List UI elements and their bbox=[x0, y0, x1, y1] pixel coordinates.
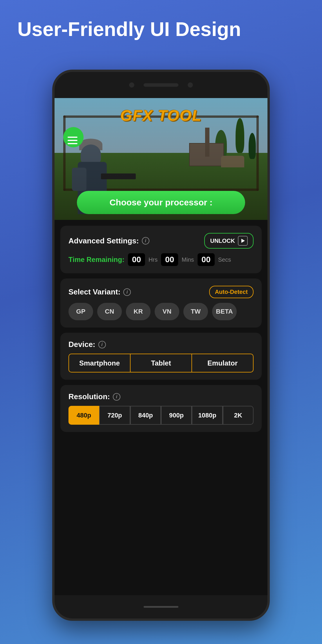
select-variant-title: Select Variant: i bbox=[68, 287, 131, 296]
phone-screen: GFX TOOL Choose your processor : bbox=[55, 98, 267, 595]
select-variant-card: Select Variant: i Auto-Detect GP CN KR V… bbox=[60, 278, 262, 328]
variant-buttons-group: GP CN KR VN TW BETA bbox=[68, 303, 254, 320]
hamburger-line-2 bbox=[68, 140, 77, 141]
variant-tw-button[interactable]: TW bbox=[183, 303, 208, 320]
seconds-block: 00 bbox=[198, 253, 215, 266]
page-title: User-Friendly UI Design bbox=[0, 0, 322, 53]
phone-body: GFX TOOL Choose your processor : bbox=[52, 70, 270, 621]
device-card: Device: i Smartphone Tablet Emulator bbox=[60, 333, 262, 380]
app-title: GFX TOOL bbox=[120, 107, 202, 124]
device-header: Device: i bbox=[68, 340, 254, 349]
time-remaining-label: Time Remaining: bbox=[68, 256, 124, 264]
advanced-settings-label: Advanced Settings: bbox=[68, 236, 139, 245]
advanced-settings-card: Advanced Settings: i UNLOCK Time Remaini… bbox=[60, 226, 262, 273]
resolution-title: Resolution: i bbox=[68, 392, 120, 401]
speaker-grille bbox=[144, 83, 178, 87]
variant-beta-button[interactable]: BETA bbox=[212, 303, 237, 320]
resolution-header: Resolution: i bbox=[68, 392, 254, 401]
auto-detect-label: Auto-Detect bbox=[215, 289, 248, 295]
advanced-settings-title: Advanced Settings: i bbox=[68, 236, 149, 245]
resolution-buttons-group: 480p 720p 840p 900p 1080p 2K bbox=[68, 406, 254, 425]
game-banner: GFX TOOL Choose your processor : bbox=[55, 98, 267, 220]
advanced-settings-header: Advanced Settings: i UNLOCK bbox=[68, 233, 254, 249]
phone-top-bar bbox=[55, 72, 267, 98]
minutes-unit: Mins bbox=[182, 256, 194, 263]
variant-gp-button[interactable]: GP bbox=[68, 303, 93, 320]
resolution-label: Resolution: bbox=[68, 392, 110, 401]
device-emulator-button[interactable]: Emulator bbox=[192, 354, 254, 372]
auto-detect-button[interactable]: Auto-Detect bbox=[209, 286, 254, 298]
hamburger-line-1 bbox=[68, 137, 77, 138]
content-area: Advanced Settings: i UNLOCK Time Remaini… bbox=[55, 220, 267, 443]
hours-block: 00 bbox=[128, 253, 145, 266]
seconds-unit: Secs bbox=[218, 256, 231, 263]
resolution-900p-button[interactable]: 900p bbox=[161, 406, 192, 425]
resolution-840p-button[interactable]: 840p bbox=[130, 406, 161, 425]
power-button bbox=[269, 153, 270, 176]
variant-cn-button[interactable]: CN bbox=[97, 303, 122, 320]
select-variant-label: Select Variant: bbox=[68, 287, 120, 296]
volume-mute-button bbox=[52, 136, 53, 150]
minutes-block: 00 bbox=[161, 253, 178, 266]
phone-frame: GFX TOOL Choose your processor : bbox=[52, 70, 270, 621]
resolution-card: Resolution: i 480p 720p 840p 900p 1080p … bbox=[60, 385, 262, 432]
choose-processor-button[interactable]: Choose your processor : bbox=[77, 191, 245, 214]
timer-row: Time Remaining: 00 Hrs 00 Mins 00 Secs bbox=[68, 253, 254, 266]
device-info-icon[interactable]: i bbox=[98, 341, 106, 348]
advanced-settings-info-icon[interactable]: i bbox=[142, 237, 149, 245]
choose-processor-label: Choose your processor : bbox=[109, 198, 212, 207]
sensor-dot bbox=[188, 82, 193, 88]
device-label: Device: bbox=[68, 340, 95, 349]
phone-notch bbox=[129, 82, 193, 88]
variant-kr-button[interactable]: KR bbox=[126, 303, 151, 320]
hours-unit: Hrs bbox=[149, 256, 158, 263]
device-buttons-group: Smartphone Tablet Emulator bbox=[68, 354, 254, 372]
resolution-info-icon[interactable]: i bbox=[113, 393, 120, 401]
home-indicator bbox=[144, 606, 178, 608]
device-smartphone-button[interactable]: Smartphone bbox=[68, 354, 130, 372]
unlock-button[interactable]: UNLOCK bbox=[204, 233, 254, 249]
phone-bottom-bar bbox=[55, 595, 267, 618]
unlock-button-label: UNLOCK bbox=[210, 238, 235, 244]
select-variant-info-icon[interactable]: i bbox=[123, 288, 131, 296]
camera-dot bbox=[129, 82, 134, 88]
volume-down-button bbox=[52, 185, 53, 208]
volume-up-button bbox=[52, 156, 53, 179]
menu-button[interactable] bbox=[63, 127, 84, 147]
select-variant-header: Select Variant: i Auto-Detect bbox=[68, 286, 254, 298]
hamburger-line-3 bbox=[68, 143, 77, 144]
resolution-480p-button[interactable]: 480p bbox=[68, 406, 99, 425]
play-triangle-icon bbox=[241, 239, 245, 243]
variant-vn-button[interactable]: VN bbox=[155, 303, 179, 320]
play-icon bbox=[238, 236, 248, 246]
resolution-720p-button[interactable]: 720p bbox=[99, 406, 130, 425]
device-tablet-button[interactable]: Tablet bbox=[130, 354, 192, 372]
resolution-1080p-button[interactable]: 1080p bbox=[192, 406, 222, 425]
device-title: Device: i bbox=[68, 340, 106, 349]
resolution-2k-button[interactable]: 2K bbox=[223, 406, 254, 425]
